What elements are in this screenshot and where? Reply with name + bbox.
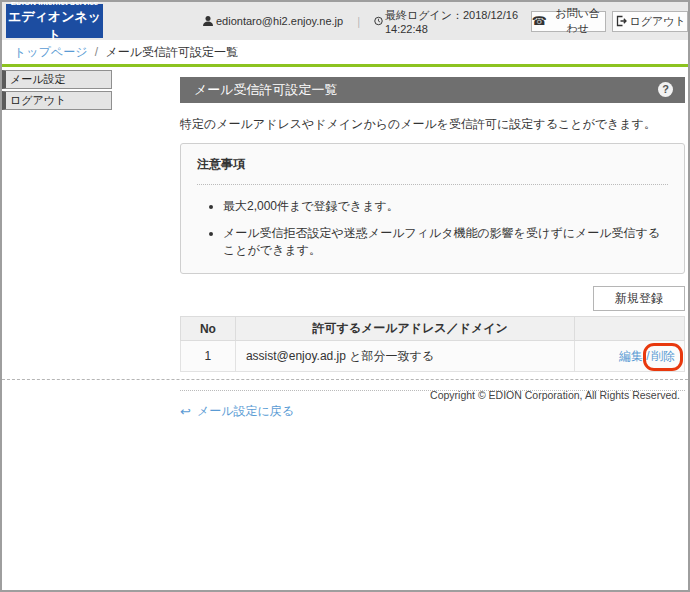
- edit-link[interactable]: 編集: [619, 349, 643, 363]
- page-title: メール受信許可設定一覧: [194, 82, 338, 97]
- return-arrow-icon: ↩: [180, 404, 191, 419]
- notes-list: 最大2,000件まで登録できます。 メール受信拒否設定や迷惑メールフィルタ機能の…: [223, 198, 668, 259]
- last-login: 最終ログイン：2018/12/16 14:22:48: [374, 8, 525, 35]
- breadcrumb-separator: /: [95, 45, 98, 59]
- user-email: ediontaro@hi2.enjoy.ne.jp: [216, 15, 343, 27]
- main-content: メール受信許可設定一覧 ? 特定のメールアドレスやドメインからのメールを受信許可…: [180, 77, 685, 420]
- notes-item: メール受信拒否設定や迷惑メールフィルタ機能の影響を受けずにメール受信することがで…: [223, 225, 668, 259]
- person-icon: [202, 15, 214, 27]
- contact-button-label: お問い合わせ: [550, 6, 606, 36]
- column-header-actions: [575, 317, 685, 341]
- logo-line2: エディオンネット: [6, 8, 103, 44]
- logo[interactable]: EDION Internet Service エディオンネット: [6, 4, 103, 38]
- clock-icon: [374, 15, 383, 27]
- phone-icon: ☎: [532, 14, 547, 28]
- sidebar-item-mail-settings[interactable]: メール設定: [2, 70, 112, 89]
- user-account: ediontaro@hi2.enjoy.ne.jp: [202, 15, 343, 27]
- page-description: 特定のメールアドレスやドメインからのメールを受信許可に設定することができます。: [180, 116, 685, 133]
- logout-button-label: ログアウト: [630, 14, 686, 29]
- notes-divider: [197, 184, 668, 185]
- copyright-text: Copyright © EDION Corporation, All Right…: [430, 389, 680, 401]
- sidebar-item-logout[interactable]: ログアウト: [2, 91, 112, 110]
- permission-table: No 許可するメールアドレス／ドメイン 1 assist@enjoy.ad.jp…: [180, 316, 685, 372]
- column-header-no: No: [181, 317, 236, 341]
- logo-line1: EDION Internet Service: [6, 0, 103, 7]
- notes-box: 注意事項 最大2,000件まで登録できます。 メール受信拒否設定や迷惑メールフィ…: [180, 143, 685, 274]
- last-login-text: 最終ログイン：2018/12/16 14:22:48: [385, 8, 525, 35]
- page: EDION Internet Service エディオンネット ediontar…: [0, 0, 690, 592]
- red-highlight-annotation: 削除: [643, 343, 683, 371]
- new-entry-button[interactable]: 新規登録: [593, 286, 685, 311]
- page-title-bar: メール受信許可設定一覧 ?: [180, 77, 685, 103]
- help-icon[interactable]: ?: [658, 82, 673, 97]
- row-address: assist@enjoy.ad.jp と部分一致する: [235, 341, 574, 372]
- notes-title: 注意事項: [197, 156, 668, 173]
- table-row: 1 assist@enjoy.ad.jp と部分一致する 編集 / 削除: [181, 341, 685, 372]
- topbar-separator: ｜: [353, 14, 364, 29]
- column-header-address: 許可するメールアドレス／ドメイン: [235, 317, 574, 341]
- sidebar-item-label: ログアウト: [10, 94, 66, 106]
- logout-icon: [615, 15, 627, 27]
- breadcrumb-home-link[interactable]: トップページ: [14, 45, 87, 59]
- new-entry-row: 新規登録: [180, 286, 685, 311]
- row-actions: 編集 / 削除: [575, 341, 685, 372]
- delete-link[interactable]: 削除: [651, 349, 675, 363]
- breadcrumb: トップページ / メール受信許可設定一覧: [2, 40, 688, 64]
- contact-button[interactable]: ☎ お問い合わせ: [531, 11, 607, 32]
- sidebar-item-label: メール設定: [10, 73, 66, 85]
- accent-divider: [2, 64, 688, 67]
- footer-divider: [2, 379, 688, 380]
- logout-button[interactable]: ログアウト: [612, 11, 688, 32]
- sidebar: メール設定 ログアウト: [2, 70, 112, 112]
- top-header: EDION Internet Service エディオンネット ediontar…: [2, 2, 688, 40]
- notes-item: 最大2,000件まで登録できます。: [223, 198, 668, 215]
- topbar-right: ediontaro@hi2.enjoy.ne.jp ｜ 最終ログイン：2018/…: [202, 8, 688, 35]
- row-number: 1: [181, 341, 236, 372]
- table-header-row: No 許可するメールアドレス／ドメイン: [181, 317, 685, 341]
- breadcrumb-current: メール受信許可設定一覧: [105, 45, 238, 59]
- back-link-row: ↩ メール設定に戻る: [180, 403, 685, 420]
- back-to-mail-settings-link[interactable]: メール設定に戻る: [197, 403, 294, 420]
